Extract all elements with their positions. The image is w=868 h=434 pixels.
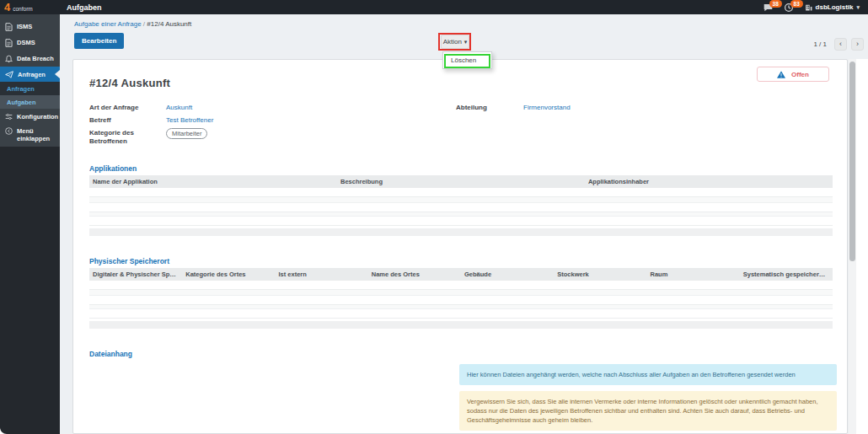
column-header: Digitaler & Physischer Sp…: [89, 271, 182, 278]
sliders-icon: [5, 113, 13, 121]
attachments-heading: Dateianhang: [89, 350, 132, 358]
sidebar-item-data-breach[interactable]: Data Breach: [0, 51, 60, 67]
document-icon: [5, 39, 13, 47]
field-value-betreff[interactable]: Test Betroffener: [166, 116, 213, 124]
sidebar-subitem-anfragen[interactable]: Anfragen: [0, 82, 60, 95]
messages-button[interactable]: 38: [764, 3, 773, 12]
bell-icon: [5, 55, 13, 63]
table-empty-row: [89, 203, 833, 212]
logo-4-icon: 4: [4, 2, 10, 13]
app-window: 4 conform Aufgaben 38 83 dsbLogistik ▾: [0, 0, 868, 434]
edit-button[interactable]: Bearbeiten: [74, 33, 124, 49]
status-label: Offen: [791, 71, 809, 78]
column-header: Kategorie des Ortes: [182, 271, 275, 278]
table-footer-strip: [89, 228, 833, 236]
table-empty-row: [89, 309, 833, 319]
action-button-label: Aktion: [443, 38, 462, 46]
field-label-abteilung: Abteilung: [456, 104, 532, 112]
app-logo[interactable]: 4 conform: [0, 0, 60, 14]
locations-table-header: Digitaler & Physischer Sp… Kategorie des…: [89, 268, 833, 281]
action-button[interactable]: Aktion ▾: [441, 35, 469, 49]
field-value-abteilung[interactable]: Firmenvorstand: [523, 104, 571, 111]
detail-title: #12/4 Auskunft: [89, 77, 170, 89]
sidebar-item-label: ISMS: [17, 23, 32, 30]
table-empty-row: [89, 296, 833, 305]
prev-page-button[interactable]: ‹: [834, 38, 847, 51]
sidebar-item-dsms[interactable]: DSMS: [0, 35, 60, 51]
breadcrumb-parent-link[interactable]: Aufgabe einer Anfrage: [74, 20, 142, 28]
column-header: Systematisch gespeicher…: [740, 271, 833, 278]
collapse-icon: [5, 127, 13, 135]
right-gutter: [856, 59, 868, 434]
column-header: Beschreibung: [337, 178, 585, 185]
scrollbar-thumb[interactable]: [849, 62, 855, 261]
field-value-art[interactable]: Auskunft: [166, 104, 192, 111]
table-empty-row: [89, 290, 833, 296]
brand-name: conform: [13, 6, 32, 12]
pagination: 1 / 1 ‹ ›: [813, 38, 868, 51]
field-label-kategorie: Kategorie des Betroffenen: [89, 129, 148, 146]
sidebar-item-label: Data Breach: [17, 55, 54, 62]
applications-table: Name der Applikation Beschreibung Applik…: [89, 175, 833, 236]
warning-triangle-icon: [777, 71, 785, 78]
topbar: 4 conform Aufgaben 38 83 dsbLogistik ▾: [0, 0, 868, 14]
content-area: Aufgabe einer Anfrage / #12/4 Auskunft B…: [60, 14, 868, 434]
pagination-label: 1 / 1: [813, 40, 827, 48]
sidebar-item-label: Menü einklappen: [17, 127, 50, 142]
column-header: Name des Ortes: [368, 271, 461, 278]
page-title: Aufgaben: [67, 3, 102, 12]
table-footer-strip: [89, 321, 833, 329]
sidebar-subitem-label: Anfragen: [7, 85, 35, 93]
sidebar-subitem-aufgaben[interactable]: Aufgaben: [0, 95, 60, 109]
caret-down-icon: ▾: [464, 39, 468, 46]
column-header: Stockwerk: [554, 271, 646, 278]
breadcrumb-current: #12/4 Auskunft: [147, 20, 191, 28]
active-notch: [55, 70, 60, 78]
applications-heading: Applikationen: [89, 164, 137, 173]
menu-item-delete[interactable]: Löschen: [443, 52, 491, 68]
field-label-art: Art der Anfrage: [89, 104, 165, 112]
document-icon: [5, 23, 13, 31]
attachments-info-box: Hier können Dateien angehängt werden, we…: [459, 364, 837, 385]
status-badge: Offen: [757, 67, 829, 82]
sidebar-item-collapse-menu[interactable]: Menü einklappen: [0, 125, 60, 147]
column-header: Applikationsinhaber: [585, 178, 833, 185]
building-icon: [805, 3, 812, 11]
sidebar-item-label: Anfragen: [18, 71, 46, 78]
field-label-betreff: Betreff: [89, 116, 165, 125]
next-page-button[interactable]: ›: [851, 38, 864, 51]
breadcrumb: Aufgabe einer Anfrage / #12/4 Auskunft: [74, 20, 191, 28]
sidebar-subitem-label: Aufgaben: [7, 99, 36, 106]
table-empty-row: [89, 217, 833, 226]
sidebar-item-isms[interactable]: ISMS: [0, 19, 60, 35]
org-label: dsbLogistik: [816, 3, 854, 11]
chevron-left-icon: ‹: [839, 40, 842, 48]
table-empty-row: [89, 281, 833, 290]
table-empty-row: [89, 188, 833, 197]
locations-table: Digitaler & Physischer Sp… Kategorie des…: [89, 268, 833, 329]
attachments-warning-box: Vergewissern Sie sich, dass Sie alle int…: [459, 391, 837, 431]
sidebar-nav: ISMS DSMS Data Breach Anfragen Anfragen: [0, 14, 60, 147]
sidebar: ISMS DSMS Data Breach Anfragen Anfragen: [0, 14, 60, 434]
topbar-actions: 38 83 dsbLogistik ▾: [764, 3, 868, 12]
sidebar-item-konfiguration[interactable]: Konfiguration: [0, 109, 60, 125]
sidebar-subnav: Anfragen Aufgaben: [0, 82, 60, 109]
column-header: Name der Applikation: [89, 178, 337, 185]
org-menu[interactable]: dsbLogistik ▾: [805, 3, 860, 11]
action-dropdown-menu: Löschen: [442, 51, 492, 69]
column-header: Raum: [647, 271, 740, 278]
pending-badge: 83: [790, 0, 803, 8]
task-detail-card: #12/4 Auskunft Offen Art der Anfrage Aus…: [72, 59, 848, 434]
sidebar-item-label: DSMS: [17, 39, 35, 46]
chevron-right-icon: ›: [856, 40, 859, 48]
breadcrumb-separator: /: [143, 20, 145, 28]
scrollbar-track[interactable]: [849, 59, 856, 434]
sidebar-item-label: Konfiguration: [17, 113, 58, 121]
send-icon: [5, 71, 13, 78]
sidebar-item-anfragen[interactable]: Anfragen: [0, 67, 60, 82]
table-empty-row: [89, 197, 833, 203]
kategorie-chip: Mitarbeiter: [166, 128, 207, 139]
pending-button[interactable]: 83: [785, 3, 793, 12]
messages-badge: 38: [769, 0, 782, 8]
applications-table-header: Name der Applikation Beschreibung Applik…: [89, 175, 833, 188]
